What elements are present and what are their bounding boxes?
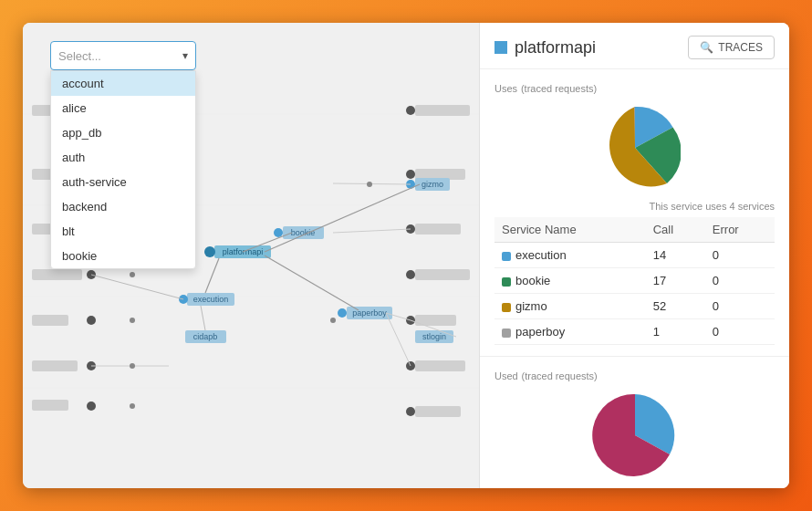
dropdown-item[interactable]: bookie	[51, 244, 195, 268]
svg-point-68	[130, 318, 135, 323]
right-panel: platformapi 🔍 TRACES Uses (traced reques…	[479, 23, 789, 488]
left-panel: bookie gizmo execution paperboy platform…	[23, 23, 479, 488]
service-title: platformapi	[494, 38, 596, 57]
svg-line-53	[91, 275, 183, 299]
svg-rect-12	[415, 224, 461, 235]
chevron-down-icon: ▾	[182, 49, 188, 62]
dropdown-item[interactable]: blt	[51, 219, 195, 244]
svg-line-59	[333, 229, 411, 233]
dropdown-item[interactable]: account	[51, 71, 195, 96]
uses-col-service: Service Name	[494, 217, 646, 243]
service-select[interactable]: Select... ▾	[50, 41, 196, 70]
uses-pie-chart	[494, 102, 775, 193]
svg-rect-15	[415, 360, 465, 371]
table-row: execution 14 0	[494, 243, 775, 268]
main-container: bookie gizmo execution paperboy platform…	[23, 23, 789, 488]
service-cell: paperboy	[494, 319, 646, 345]
svg-line-51	[205, 258, 219, 293]
svg-point-67	[130, 272, 135, 277]
svg-rect-72	[32, 400, 68, 411]
dropdown-item[interactable]: alice	[51, 96, 195, 120]
service-cell: bookie	[494, 268, 646, 294]
svg-point-41	[338, 308, 347, 318]
uses-col-error: Error	[705, 217, 775, 243]
svg-point-21	[87, 316, 96, 325]
dropdown-item[interactable]: app_db	[51, 120, 195, 145]
svg-point-71	[87, 402, 96, 411]
traces-button[interactable]: 🔍 TRACES	[688, 36, 775, 59]
svg-point-32	[274, 228, 283, 237]
svg-text:stlogin: stlogin	[422, 332, 446, 341]
uses-section: Uses (traced requests) This service uses…	[480, 69, 789, 357]
search-icon: 🔍	[700, 41, 713, 54]
svg-line-54	[201, 306, 205, 330]
select-placeholder: Select...	[58, 49, 101, 63]
service-color-indicator	[494, 41, 507, 54]
service-cell: execution	[494, 243, 646, 268]
uses-col-call: Call	[646, 217, 705, 243]
dropdown-item[interactable]: auth	[51, 145, 195, 170]
svg-rect-9	[32, 360, 78, 371]
error-cell: 0	[705, 268, 775, 294]
dropdown-item[interactable]: backend	[51, 194, 195, 219]
used-pie-chart	[494, 390, 775, 481]
svg-rect-16	[415, 406, 461, 417]
svg-point-70	[130, 403, 135, 409]
svg-point-44	[204, 246, 215, 257]
svg-line-50	[265, 184, 420, 252]
dropdown-item[interactable]: auth-service	[51, 170, 195, 194]
uses-pie-note: This service uses 4 services	[494, 201, 775, 212]
svg-text:gizmo: gizmo	[422, 180, 443, 189]
svg-text:bookie: bookie	[291, 228, 316, 237]
svg-rect-8	[32, 315, 68, 326]
table-row: gizmo 52 0	[494, 294, 775, 319]
svg-point-69	[330, 318, 336, 323]
uses-title: Uses (traced requests)	[494, 80, 775, 95]
svg-rect-13	[415, 269, 470, 280]
call-cell: 14	[646, 243, 705, 268]
error-cell: 0	[705, 243, 775, 268]
right-header: platformapi 🔍 TRACES	[480, 23, 789, 69]
error-cell: 0	[705, 319, 775, 345]
dropdown-menu: accountaliceapp_dbauthauth-servicebacken…	[50, 70, 196, 269]
used-section: Used (traced requests) This service is u…	[480, 357, 789, 488]
used-title: Used (traced requests)	[494, 368, 775, 382]
call-cell: 17	[646, 268, 705, 294]
table-row: paperboy 1 0	[494, 319, 775, 345]
table-row: bookie 17 0	[494, 268, 775, 294]
svg-point-66	[367, 182, 372, 187]
service-cell: gizmo	[494, 294, 646, 319]
svg-text:execution: execution	[193, 295, 229, 304]
service-name-label: platformapi	[515, 38, 596, 57]
uses-table: Service Name Call Error execution 14 0 b…	[494, 217, 775, 345]
select-container: Select... ▾ accountaliceapp_dbauthauth-s…	[50, 41, 196, 70]
svg-point-29	[406, 407, 415, 416]
svg-text:cidapb: cidapb	[193, 332, 218, 341]
svg-rect-10	[415, 105, 470, 116]
svg-line-52	[265, 256, 359, 310]
call-cell: 1	[646, 319, 705, 345]
error-cell: 0	[705, 294, 775, 319]
svg-rect-7	[32, 269, 82, 280]
svg-point-26	[406, 270, 415, 279]
svg-point-65	[130, 363, 135, 369]
svg-point-23	[406, 106, 415, 115]
traces-label: TRACES	[718, 41, 763, 54]
call-cell: 52	[646, 294, 705, 319]
svg-point-24	[406, 170, 415, 179]
